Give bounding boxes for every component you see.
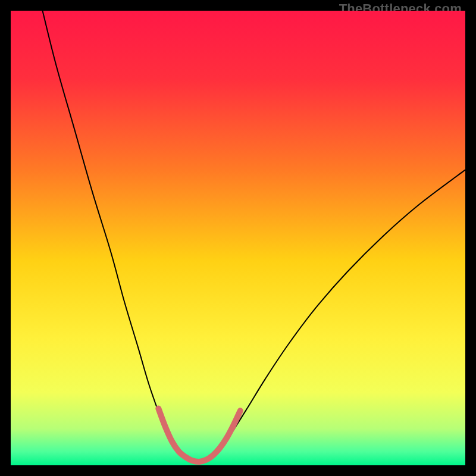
chart-plot-area — [11, 11, 465, 465]
gradient-background — [11, 11, 465, 465]
bottleneck-chart — [11, 11, 465, 465]
